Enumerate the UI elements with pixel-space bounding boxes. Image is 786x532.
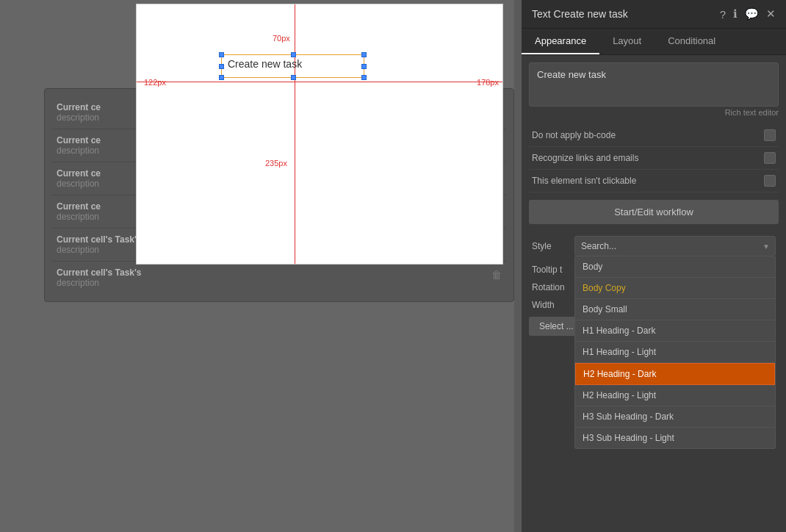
table-row: Current cell's Task'sdescription 🗑 xyxy=(52,262,506,294)
toggle-clickable[interactable] xyxy=(764,175,776,187)
style-dropdown-container: Search... ▼ Body Body Copy Body Small H1… xyxy=(574,236,776,256)
measure-bottom: 235px xyxy=(265,159,287,168)
toggle-label-links: Recognize links and emails xyxy=(532,153,638,163)
dropdown-item-h3-sub-light[interactable]: H3 Sub Heading - Light xyxy=(575,428,775,448)
handle-tr[interactable] xyxy=(361,52,367,57)
handle-ml[interactable] xyxy=(219,64,224,69)
dropdown-item-h3-sub-dark[interactable]: H3 Sub Heading - Dark xyxy=(575,406,775,428)
horizontal-guide xyxy=(137,82,502,82)
measure-top: 70px xyxy=(273,34,290,43)
dropdown-item-body-small[interactable]: Body Small xyxy=(575,299,775,320)
help-icon[interactable]: ? xyxy=(720,8,726,21)
tab-layout[interactable]: Layout xyxy=(599,29,655,54)
toggle-bbcode[interactable] xyxy=(764,129,776,141)
right-panel: Text Create new task ? ℹ 💬 ✕ Appearance … xyxy=(522,0,786,532)
handle-tc[interactable] xyxy=(291,52,296,57)
element-text-content: Create new task xyxy=(222,55,364,73)
style-dropdown-list: Body Body Copy Body Small H1 Heading - D… xyxy=(574,256,776,449)
selected-text-element[interactable]: Create new task xyxy=(221,54,364,78)
style-label: Style xyxy=(532,241,569,251)
panel-title: Text Create new task xyxy=(532,8,628,20)
measure-right: 178px xyxy=(477,78,499,87)
delete-row-icon[interactable]: 🗑 xyxy=(491,269,502,281)
dropdown-item-body[interactable]: Body xyxy=(575,256,775,278)
panel-header: Text Create new task ? ℹ 💬 ✕ xyxy=(522,0,786,29)
workflow-button[interactable]: Start/Edit workflow xyxy=(529,200,779,224)
handle-tl[interactable] xyxy=(219,52,224,57)
toggle-row-links: Recognize links and emails xyxy=(529,147,779,170)
dropdown-item-h1-light[interactable]: H1 Heading - Light xyxy=(575,342,775,363)
handle-br[interactable] xyxy=(361,75,367,80)
toggle-row-clickable: This element isn't clickable xyxy=(529,170,779,193)
canvas-area: 70px 122px 178px 235px Create new task xyxy=(136,4,503,265)
panel-content: Create new task Rich text editor Do not … xyxy=(522,55,786,532)
search-placeholder: Search... xyxy=(581,241,616,251)
handle-bl[interactable] xyxy=(219,75,224,80)
dropdown-item-h2-dark[interactable]: H2 Heading - Dark xyxy=(575,363,775,385)
dropdown-item-h1-dark[interactable]: H1 Heading - Dark xyxy=(575,320,775,342)
dropdown-item-body-copy[interactable]: Body Copy xyxy=(575,278,775,299)
panel-icons: ? ℹ 💬 ✕ xyxy=(720,7,776,21)
handle-bc[interactable] xyxy=(291,75,296,80)
toggle-label-bbcode: Do not apply bb-code xyxy=(532,130,616,140)
toggle-label-clickable: This element isn't clickable xyxy=(532,176,636,186)
dropdown-item-h2-light[interactable]: H2 Heading - Light xyxy=(575,385,775,406)
text-editor[interactable]: Create new task xyxy=(529,62,779,107)
background-panel: Current cedescription Current cedescript… xyxy=(0,0,514,532)
handle-mr[interactable] xyxy=(361,64,367,69)
style-row: Style Search... ▼ Body Body Copy Body Sm… xyxy=(529,231,779,261)
tab-appearance[interactable]: Appearance xyxy=(522,29,599,54)
vertical-guide xyxy=(295,4,295,264)
style-search-input[interactable]: Search... xyxy=(574,236,776,256)
toggle-row-bbcode: Do not apply bb-code xyxy=(529,124,779,147)
rich-text-label: Rich text editor xyxy=(529,108,779,117)
info-icon[interactable]: ℹ xyxy=(733,7,738,21)
close-icon[interactable]: ✕ xyxy=(766,7,776,21)
measure-left: 122px xyxy=(144,78,166,87)
tabs-container: Appearance Layout Conditional xyxy=(522,29,786,55)
toggle-links[interactable] xyxy=(764,152,776,164)
comment-icon[interactable]: 💬 xyxy=(745,7,759,21)
tab-conditional[interactable]: Conditional xyxy=(655,29,729,54)
